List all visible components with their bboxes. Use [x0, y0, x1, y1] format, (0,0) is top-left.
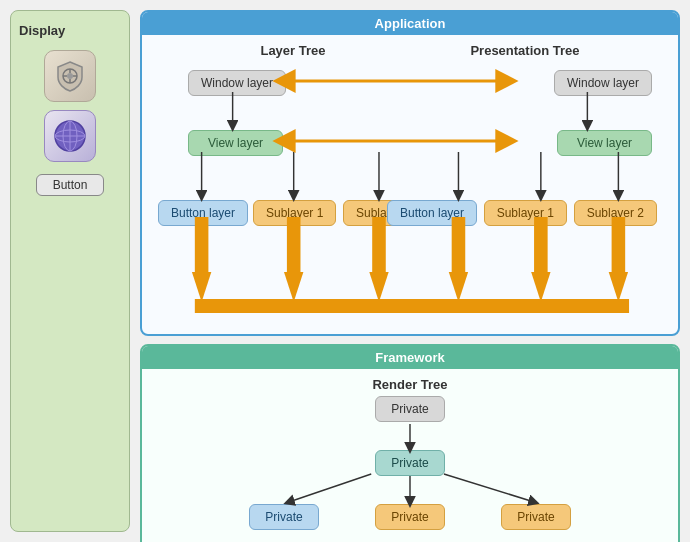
- pt-sub1-node: Sublayer 1: [484, 200, 567, 226]
- svg-marker-25: [369, 272, 388, 302]
- shield-icon: [54, 60, 86, 92]
- r2-node: Private: [375, 450, 445, 476]
- svg-marker-27: [449, 272, 468, 302]
- svg-line-35: [289, 474, 371, 502]
- render-tree-label: Render Tree: [158, 377, 662, 392]
- app-arrows: [158, 62, 662, 322]
- right-panel: Application Layer Tree Presentation Tree…: [140, 10, 680, 532]
- svg-marker-29: [531, 272, 550, 302]
- r3-node: Private: [249, 504, 319, 530]
- application-header: Application: [142, 12, 678, 35]
- lt-view-node: View layer: [188, 130, 283, 156]
- display-title: Display: [19, 23, 65, 38]
- app-content: Layer Tree Presentation Tree Window laye…: [142, 35, 678, 334]
- svg-marker-31: [609, 272, 628, 302]
- application-section: Application Layer Tree Presentation Tree…: [140, 10, 680, 336]
- presentation-tree-label: Presentation Tree: [470, 43, 579, 58]
- display-panel: Display Button: [10, 10, 130, 532]
- display-button[interactable]: Button: [36, 174, 105, 196]
- r1-node: Private: [375, 396, 445, 422]
- pt-window-node: Window layer: [554, 70, 652, 96]
- svg-point-1: [67, 73, 73, 79]
- svg-marker-23: [284, 272, 303, 302]
- svg-line-37: [444, 474, 534, 502]
- svg-marker-21: [192, 272, 211, 302]
- lt-window-node: Window layer: [188, 70, 286, 96]
- framework-section: Framework Render Tree Private Private Pr…: [140, 344, 680, 542]
- icon-container-dark: [44, 110, 96, 162]
- r4-node: Private: [375, 504, 445, 530]
- app-diagram: Window layer View layer Button layer Sub…: [158, 62, 662, 322]
- pt-view-node: View layer: [557, 130, 652, 156]
- layer-tree-label: Layer Tree: [260, 43, 325, 58]
- framework-header: Framework: [142, 346, 678, 369]
- framework-content: Render Tree Private Private Private Priv…: [142, 369, 678, 542]
- pt-sub2-node: Sublayer 2: [574, 200, 657, 226]
- lt-sub1-node: Sublayer 1: [253, 200, 336, 226]
- r5-node: Private: [501, 504, 571, 530]
- lt-button-node: Button layer: [158, 200, 248, 226]
- fw-diagram: Private Private Private Private Private: [158, 396, 662, 542]
- tree-labels-row: Layer Tree Presentation Tree: [158, 43, 662, 58]
- globe-icon: [52, 118, 88, 154]
- svg-rect-33: [195, 299, 629, 313]
- pt-button-node: Button layer: [387, 200, 477, 226]
- icon-container-light: [44, 50, 96, 102]
